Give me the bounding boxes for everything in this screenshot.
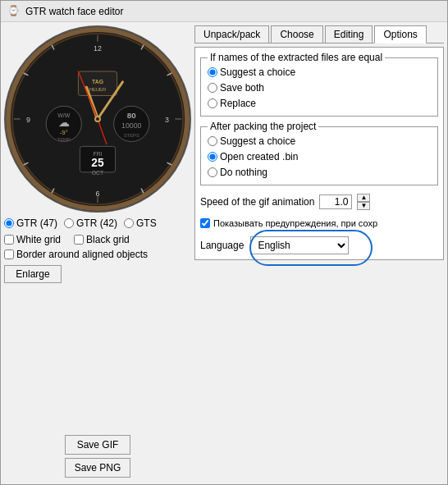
- extracted-files-title: If names of the extracted files are equa…: [208, 52, 385, 63]
- svg-point-40: [96, 117, 99, 121]
- svg-text:OCT: OCT: [92, 170, 104, 176]
- do-nothing-radio[interactable]: [208, 167, 217, 177]
- watch-preview: 12 3 6 9: [4, 25, 191, 213]
- suggest1-radio[interactable]: [208, 67, 217, 77]
- suggest1-option[interactable]: Suggest a choice: [208, 66, 431, 78]
- replace-label: Replace: [220, 98, 256, 109]
- border-label: Border around aligned objects: [16, 249, 148, 260]
- black-grid-checkbox[interactable]: [74, 235, 84, 245]
- speed-row: Speed of the gif animation 1.0 ▲ ▼: [200, 194, 438, 210]
- gts-radio[interactable]: [124, 218, 134, 228]
- gtr47-label: GTR (47): [16, 217, 57, 229]
- right-panel: Unpack/pack Choose Editing Options If na…: [194, 25, 444, 481]
- do-nothing-label: Do nothing: [220, 167, 267, 178]
- open-bin-radio[interactable]: [208, 152, 217, 162]
- gts-option[interactable]: GTS: [124, 217, 157, 229]
- suggest2-radio[interactable]: [208, 136, 217, 146]
- warning-checkbox-row: Показывать предупреждения, при сохранени…: [200, 218, 438, 228]
- border-option[interactable]: Border around aligned objects: [4, 249, 191, 260]
- content-area: 12 3 6 9: [1, 22, 447, 484]
- suggest1-label: Suggest a choice: [220, 66, 295, 78]
- svg-text:STEPS: STEPS: [124, 133, 139, 138]
- app-icon: ⌚: [7, 5, 21, 18]
- gtr42-option[interactable]: GTR (42): [64, 217, 117, 229]
- tabs-bar: Unpack/pack Choose Editing Options: [194, 25, 444, 43]
- save-both-label: Save both: [220, 82, 264, 94]
- open-bin-label: Open created .bin: [220, 151, 298, 162]
- grid-checkboxes-row: White grid Black grid: [4, 234, 191, 245]
- gtr42-radio[interactable]: [64, 218, 74, 228]
- border-checkbox-row: Border around aligned objects: [4, 249, 191, 260]
- after-packing-title: After packing the project: [208, 121, 318, 132]
- white-grid-checkbox[interactable]: [4, 235, 14, 245]
- gtr42-label: GTR (42): [76, 217, 117, 229]
- window-title: GTR watch face editor: [25, 6, 123, 17]
- warning-checkbox[interactable]: [200, 218, 210, 228]
- svg-text:80: 80: [127, 111, 136, 120]
- left-panel: 12 3 6 9: [4, 25, 191, 481]
- suggest2-option[interactable]: Suggest a choice: [208, 135, 431, 147]
- white-grid-option[interactable]: White grid: [4, 234, 61, 245]
- tab-unpack[interactable]: Unpack/pack: [194, 25, 269, 43]
- svg-text:6: 6: [96, 190, 100, 198]
- black-grid-label: Black grid: [86, 234, 130, 245]
- language-row: Language English Russian Chinese: [200, 236, 438, 254]
- svg-text:HEUER: HEUER: [89, 87, 107, 92]
- svg-text:25: 25: [91, 157, 104, 169]
- after-packing-options: Suggest a choice Open created .bin Do no…: [208, 132, 431, 178]
- model-selection-row: GTR (47) GTR (42) GTS: [4, 216, 191, 231]
- gts-label: GTS: [136, 217, 157, 229]
- svg-text:☁: ☁: [58, 117, 70, 129]
- svg-text:TAG: TAG: [92, 79, 103, 85]
- after-packing-group: After packing the project Suggest a choi…: [200, 126, 438, 185]
- watch-face-svg: 12 3 6 9: [6, 27, 190, 211]
- speed-input[interactable]: 1.0: [319, 194, 352, 209]
- speed-label: Speed of the gif animation: [200, 196, 314, 208]
- replace-option[interactable]: Replace: [208, 98, 431, 109]
- tab-options[interactable]: Options: [374, 25, 426, 43]
- svg-text:TEMP: TEMP: [57, 137, 71, 142]
- save-gif-button[interactable]: Save GIF: [65, 435, 130, 455]
- suggest2-label: Suggest a choice: [220, 135, 295, 147]
- gtr47-option[interactable]: GTR (47): [4, 217, 57, 229]
- options-panel: If names of the extracted files are equa…: [194, 47, 444, 260]
- replace-radio[interactable]: [208, 98, 217, 108]
- main-window: ⌚ GTR watch face editor: [0, 0, 448, 485]
- svg-text:-9°: -9°: [60, 129, 68, 136]
- tab-editing[interactable]: Editing: [325, 25, 373, 43]
- save-both-option[interactable]: Save both: [208, 82, 431, 94]
- tab-choose[interactable]: Choose: [271, 25, 322, 43]
- extracted-files-options: Suggest a choice Save both Replace: [208, 63, 431, 109]
- border-checkbox[interactable]: [4, 249, 14, 259]
- enlarge-button[interactable]: Enlarge: [4, 265, 62, 283]
- title-bar: ⌚ GTR watch face editor: [1, 1, 447, 22]
- gtr47-radio[interactable]: [4, 218, 14, 228]
- svg-text:10000: 10000: [121, 121, 142, 130]
- do-nothing-option[interactable]: Do nothing: [208, 167, 431, 178]
- open-bin-option[interactable]: Open created .bin: [208, 151, 431, 162]
- language-label: Language: [200, 240, 244, 251]
- svg-text:3: 3: [165, 116, 169, 124]
- svg-text:12: 12: [94, 44, 102, 53]
- speed-down-button[interactable]: ▼: [357, 202, 370, 210]
- svg-text:9: 9: [26, 116, 30, 124]
- enlarge-container: Enlarge: [4, 263, 191, 283]
- language-select[interactable]: English Russian Chinese: [250, 236, 349, 254]
- warning-label: Показывать предупреждения, при сохранени…: [213, 218, 377, 228]
- extracted-files-group: If names of the extracted files are equa…: [200, 57, 438, 117]
- black-grid-option[interactable]: Black grid: [74, 234, 130, 245]
- speed-spinner: ▲ ▼: [357, 194, 370, 210]
- speed-up-button[interactable]: ▲: [357, 194, 370, 202]
- bottom-buttons: Save GIF Save PNG: [4, 435, 191, 481]
- white-grid-label: White grid: [16, 234, 61, 245]
- save-png-button[interactable]: Save PNG: [65, 458, 130, 478]
- save-both-radio[interactable]: [208, 83, 217, 93]
